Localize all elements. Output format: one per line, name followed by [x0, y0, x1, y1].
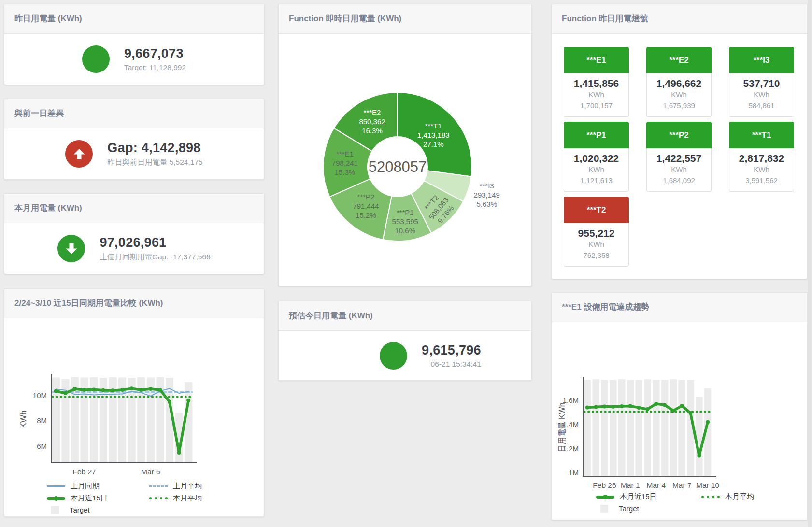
green-line-swatch-icon	[47, 497, 65, 500]
middle-column: Function 即時日用電量 (KWh) ***T11,413,18327.1…	[278, 4, 532, 381]
stat-sub: 上個月同期用電Gap: -17,377,566	[100, 252, 210, 262]
status-circle-icon	[380, 342, 407, 370]
target-bar	[644, 379, 651, 476]
data-point	[680, 404, 684, 408]
tile-unit: KWh	[647, 164, 711, 175]
x-tick-label: Mar 6	[141, 468, 160, 476]
legend-item-gray-square[interactable]: Target	[596, 504, 701, 513]
target-bar	[627, 380, 634, 477]
device-tile-p2[interactable]: ***P2 1,422,557 KWh 1,684,092	[646, 122, 712, 192]
tile-header: ***P2	[646, 122, 712, 148]
tile-value: 537,710	[729, 78, 794, 89]
data-point	[101, 388, 105, 392]
green-dot-swatch-icon	[149, 497, 168, 499]
arrow-down-icon	[57, 235, 85, 262]
legend-label: 本月平均	[725, 492, 754, 501]
device-tile-e1[interactable]: ***E1 1,415,856 KWh 1,700,157	[564, 47, 629, 117]
stat-value: 9,667,073	[124, 46, 186, 61]
data-point	[168, 400, 171, 404]
tile-header: ***P1	[564, 122, 629, 148]
stat-value: 9,615,796	[422, 343, 481, 358]
blue-dash-swatch-icon	[149, 485, 168, 487]
comparison-chart[interactable]: 6M8M10MFeb 27Mar 6KWh	[4, 318, 264, 479]
y-axis-label: 日用電量 KWh	[558, 402, 566, 452]
device-tile-p1[interactable]: ***P1 1,020,322 KWh 1,121,613	[564, 122, 629, 192]
stat-timestamp: 06-21 15:34:41	[422, 360, 481, 369]
target-bar	[635, 380, 642, 477]
legend-item-green-dot[interactable]: 本月平均	[701, 492, 807, 501]
tile-unit: KWh	[564, 239, 628, 250]
stat-value: 97,026,961	[100, 235, 210, 250]
data-point	[706, 420, 710, 424]
legend-item-green-line[interactable]: 本月近15日	[596, 492, 701, 501]
tile-grid: ***E1 1,415,856 KWh 1,700,157 ***E2 1,49…	[552, 34, 807, 267]
right-column: Function 昨日用電燈號 ***E1 1,415,856 KWh 1,70…	[551, 4, 808, 520]
target-bar	[653, 380, 660, 477]
tile-target: 1,700,157	[564, 100, 628, 112]
data-point	[646, 407, 650, 411]
x-tick-label: Mar 4	[646, 481, 666, 489]
tile-target: 584,861	[729, 100, 794, 112]
panel-title: 本月用電量 (KWh)	[4, 194, 264, 223]
green-line-swatch-icon	[596, 496, 614, 499]
target-bar	[128, 378, 136, 463]
device-tile-e2[interactable]: ***E2 1,496,662 KWh 1,675,939	[646, 47, 712, 117]
x-tick-label: Feb 27	[72, 468, 96, 476]
svg-text:553,595: 553,595	[392, 217, 418, 226]
legend-item-green-dot[interactable]: 本月平均	[149, 494, 264, 503]
data-point	[654, 402, 658, 406]
y-tick-label: 1M	[569, 469, 579, 477]
device-tile-t2[interactable]: ***T2 955,212 KWh 762,358	[564, 197, 629, 267]
status-circle-icon	[82, 45, 110, 73]
legend-item-green-line[interactable]: 本月近15日	[47, 494, 149, 503]
gray-square-swatch-icon	[600, 505, 608, 513]
legend-label: Target	[70, 506, 90, 514]
tile-unit: KWh	[729, 164, 794, 175]
tile-header: ***T1	[729, 122, 794, 148]
panel-realtime-donut: Function 即時日用電量 (KWh) ***T11,413,18327.1…	[278, 4, 532, 286]
data-point	[54, 389, 58, 393]
scrollbar[interactable]	[808, 0, 812, 527]
legend-item-gray-square[interactable]: Target	[47, 506, 149, 514]
tile-header: ***E2	[646, 47, 712, 73]
data-point	[697, 454, 701, 458]
data-point	[663, 403, 667, 407]
data-point	[594, 405, 598, 409]
data-point	[611, 405, 615, 409]
target-bar	[610, 380, 617, 477]
target-bar	[592, 379, 599, 476]
tile-header: ***T2	[564, 197, 629, 223]
device-tile-t1[interactable]: ***T1 2,817,832 KWh 3,591,562	[729, 122, 794, 192]
data-point	[689, 411, 693, 415]
panel-yesterday-usage: 昨日用電量 (KWh) 9,667,073 Target: 11,128,992	[4, 4, 264, 85]
data-point	[620, 404, 624, 408]
tile-value: 1,496,662	[647, 78, 711, 89]
data-point	[149, 387, 153, 391]
panel-trend-chart: ***E1 設備用電達成趨勢 1M1.2M1.4M1.6MFeb 26Mar 1…	[551, 292, 808, 520]
panel-title: Function 即時日用電量 (KWh)	[279, 4, 531, 34]
panel-title: 預估今日用電量 (KWh)	[279, 301, 531, 331]
donut-chart[interactable]: ***T11,413,18327.1%***I3293,1495.63%***T…	[279, 33, 531, 286]
svg-text:798,241: 798,241	[332, 159, 358, 167]
chart-legend: 本月近15日本月平均Target	[596, 492, 807, 513]
data-point	[139, 388, 143, 392]
data-point	[671, 409, 675, 413]
device-tile-i3[interactable]: ***I3 537,710 KWh 584,861	[729, 47, 794, 117]
data-point	[83, 388, 86, 392]
svg-text:15.3%: 15.3%	[335, 168, 356, 176]
legend-item-blue-dash[interactable]: 上月平均	[149, 482, 264, 491]
stat-value: Gap: 4,142,898	[107, 141, 202, 156]
legend-label: 上月平均	[173, 482, 202, 491]
legend-item-blue-line[interactable]: 上月同期	[47, 482, 149, 491]
green-dot-swatch-icon	[701, 496, 720, 498]
trend-chart[interactable]: 1M1.2M1.4M1.6MFeb 26Mar 1Mar 4Mar 7Mar 1…	[552, 322, 807, 489]
target-bar	[618, 379, 626, 476]
y-tick-label: 8M	[37, 416, 47, 425]
legend-label: Target	[619, 504, 639, 513]
data-point	[111, 388, 114, 392]
panel-day-gap: 與前一日差異 Gap: 4,142,898 昨日與前日用電量 5,524,175	[4, 99, 264, 180]
tile-header: ***E1	[564, 47, 629, 73]
panel-title: 2/24~3/10 近15日同期用電量比較 (KWh)	[4, 289, 264, 318]
data-point	[158, 388, 162, 392]
panel-title: Function 昨日用電燈號	[552, 4, 807, 34]
